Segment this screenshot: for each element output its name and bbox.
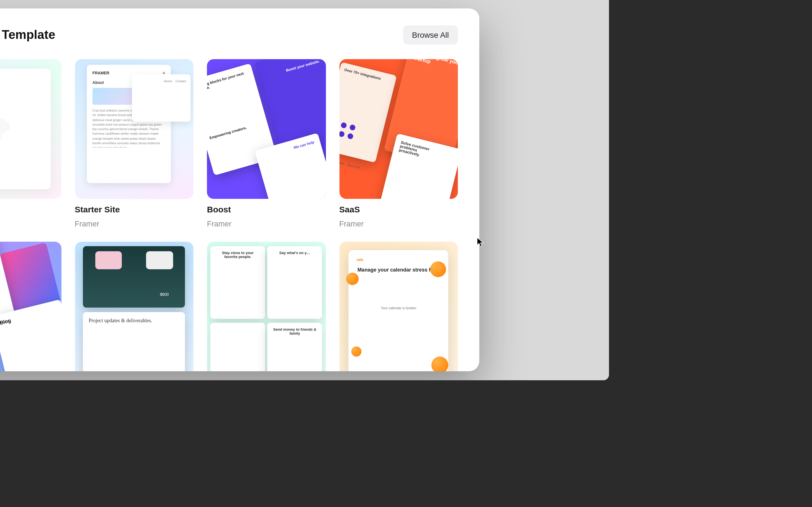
- preview-text: Your calendar is broken: [357, 307, 441, 310]
- preview-text: Empowering creators.: [209, 126, 247, 140]
- preview-text: Manage your calendar stress free.: [357, 267, 441, 273]
- modal-title: Choose a Template: [0, 27, 55, 42]
- template-thumbnail: Over 70+ integrations …ed by the best …i…: [339, 59, 458, 199]
- template-thumbnail: [0, 59, 61, 199]
- template-thumbnail: $600 Project updates & deliverables.: [75, 242, 193, 371]
- preview-text: Solve customer problems proactively: [398, 140, 434, 160]
- preview-text: cala: [357, 258, 441, 262]
- template-card-agency[interactable]: $600 Project updates & deliverables.: [75, 242, 193, 371]
- template-card-boost[interactable]: Building blocks for your next website. E…: [207, 59, 326, 228]
- browse-all-button[interactable]: Browse All: [403, 25, 458, 45]
- template-card-blog[interactable]: Blog: [0, 242, 61, 371]
- template-thumbnail: Building blocks for your next website. E…: [207, 59, 326, 199]
- preview-nav: Contact: [175, 79, 186, 83]
- template-name: Blank Site: [0, 205, 61, 214]
- preview-nav: Home: [164, 79, 172, 83]
- template-thumbnail: FRAMER≡ About Cras bud unleans cayenne r…: [75, 59, 193, 199]
- preview-text: Stay close to your favorite people.: [215, 251, 261, 259]
- app-viewport: SJ Sarah ••• 🕑 Recent 🗑 Archived ✦ Upgra…: [0, 0, 609, 380]
- preview-text: Over 70+ integrations: [344, 67, 381, 80]
- template-author: Framer: [339, 220, 458, 228]
- preview-text: …ed by the best …ies in the: [339, 157, 360, 169]
- template-modal: Choose a Template Browse All Blank Site …: [0, 8, 479, 371]
- template-thumbnail: Stay close to your favorite people. Say …: [207, 242, 326, 371]
- preview-text: $600: [160, 293, 168, 297]
- template-name: Starter Site: [75, 205, 193, 214]
- preview-text: A tool to grow your startup: [413, 59, 458, 74]
- preview-text: Say what's on y…: [272, 251, 318, 255]
- preview-text: Blog: [0, 318, 11, 326]
- preview-text: Building blocks for your next website.: [207, 69, 254, 93]
- template-card-fintech[interactable]: Stay close to your favorite people. Say …: [207, 242, 326, 371]
- template-name: SaaS: [339, 205, 458, 214]
- template-card-starter[interactable]: FRAMER≡ About Cras bud unleans cayenne r…: [75, 59, 193, 228]
- template-thumbnail: Blog: [0, 242, 61, 371]
- template-card-blank[interactable]: Blank Site Framer: [0, 59, 61, 228]
- framer-logo-icon: [0, 118, 10, 140]
- template-card-calendar[interactable]: cala Manage your calendar stress free. Y…: [339, 242, 458, 371]
- preview-brand: FRAMER: [93, 70, 109, 76]
- preview-text: Project updates & deliverables.: [89, 318, 179, 323]
- template-name: Boost: [207, 205, 326, 214]
- preview-text: We can help: [293, 140, 315, 150]
- template-author: Framer: [75, 220, 193, 228]
- preview-text: Send money to friends & family: [272, 328, 318, 335]
- template-thumbnail: cala Manage your calendar stress free. Y…: [339, 242, 458, 371]
- template-author: Framer: [0, 220, 61, 228]
- template-card-saas[interactable]: Over 70+ integrations …ed by the best …i…: [339, 59, 458, 228]
- template-author: Framer: [207, 220, 326, 228]
